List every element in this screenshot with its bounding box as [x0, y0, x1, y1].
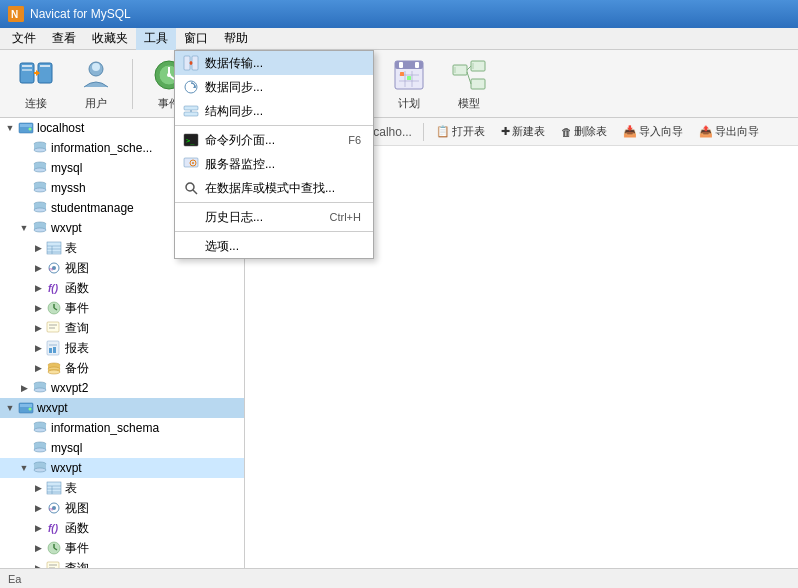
history-label: 历史日志... [205, 209, 263, 226]
db-icon-6 [32, 380, 48, 396]
view-1-label: 视图 [65, 260, 89, 277]
svg-text:f(): f() [48, 523, 59, 534]
btn-export-wizard[interactable]: 📤 导出向导 [692, 121, 766, 143]
toolbar-connect[interactable]: 连接 [8, 55, 64, 113]
arrow-localhost: ▼ [4, 122, 16, 134]
db-icon-3 [32, 180, 48, 196]
menu-bar: 文件 查看 收藏夹 工具 窗口 帮助 [0, 28, 798, 50]
menu-file[interactable]: 文件 [4, 28, 44, 50]
sidebar-item-query-1[interactable]: ▶ 查询 [0, 318, 244, 338]
svg-point-102 [29, 408, 32, 411]
db-icon-7 [32, 420, 48, 436]
toolbar-user-label: 用户 [85, 96, 107, 111]
svg-rect-3 [22, 65, 32, 67]
console-label: 命令列介面... [205, 132, 275, 149]
toolbar-model[interactable]: 模型 [441, 55, 497, 113]
svg-point-69 [34, 208, 46, 212]
arrow-wxvpt1: ▼ [18, 222, 30, 234]
db-icon-8 [32, 440, 48, 456]
menu-tools[interactable]: 工具 [136, 28, 176, 50]
svg-point-72 [34, 228, 46, 232]
server-icon [18, 120, 34, 136]
sidebar-item-table-2[interactable]: ▶ 表 [0, 478, 244, 498]
table-2-label: 表 [65, 480, 77, 497]
svg-rect-142 [184, 106, 198, 110]
sidebar-item-report-1[interactable]: ▶ 报表 [0, 338, 244, 358]
menu-view[interactable]: 查看 [44, 28, 84, 50]
db-icon-5 [32, 220, 48, 236]
menu-window[interactable]: 窗口 [176, 28, 216, 50]
tools-dropdown-menu: 数据传输... 数据同步... 结构同步... [174, 50, 374, 259]
toolbar-plan[interactable]: 计划 [381, 55, 437, 113]
menu-item-console[interactable]: >_ 命令列介面... F6 [175, 128, 373, 152]
student-label: studentmanage [51, 201, 134, 215]
svg-point-63 [34, 168, 46, 172]
sidebar-item-backup-1[interactable]: ▶ 备份 [0, 358, 244, 378]
report-1-label: 报表 [65, 340, 89, 357]
app-icon: N [8, 6, 24, 22]
sidebar-item-wxvpt2[interactable]: ▶ wxvpt2 [0, 378, 244, 398]
sidebar-item-event-2[interactable]: ▶ 事件 [0, 538, 244, 558]
svg-text:f(): f() [48, 283, 59, 294]
btn-open-table[interactable]: 📋 打开表 [429, 121, 492, 143]
svg-point-111 [34, 468, 46, 472]
wxvpt2-label: wxvpt2 [51, 381, 88, 395]
sidebar-item-wxvpt-conn[interactable]: ▼ wxvpt [0, 398, 244, 418]
func-2-label: 函数 [65, 520, 89, 537]
btn-delete-table[interactable]: 🗑 删除表 [554, 121, 614, 143]
menu-item-options[interactable]: 选项... [175, 234, 373, 258]
arrow-table2: ▶ [32, 482, 44, 494]
menu-item-history[interactable]: 历史日志... Ctrl+H [175, 205, 373, 229]
new-table-label: 新建表 [512, 124, 545, 139]
view-icon-2: ∞ [46, 500, 62, 516]
sidebar-item-func-2[interactable]: ▶ f() 函数 [0, 518, 244, 538]
sidebar-item-mysql-2[interactable]: mysql [0, 438, 244, 458]
btn-new-table[interactable]: ✚ 新建表 [494, 121, 552, 143]
sidebar-item-view-1[interactable]: ▶ ∞ 视图 [0, 258, 244, 278]
arrow-event2: ▶ [32, 542, 44, 554]
svg-point-60 [34, 148, 46, 152]
sub-sep-0 [423, 123, 424, 141]
find-in-db-label: 在数据库或模式中查找... [205, 180, 335, 197]
arrow-wxvpt2db: ▼ [18, 462, 30, 474]
data-transfer-label: 数据传输... [205, 55, 263, 72]
menu-item-data-transfer[interactable]: 数据传输... [175, 51, 373, 75]
mysql-2-label: mysql [51, 441, 82, 455]
svg-rect-40 [399, 62, 403, 68]
sidebar-item-func-1[interactable]: ▶ f() 函数 [0, 278, 244, 298]
menu-help[interactable]: 帮助 [216, 28, 256, 50]
arrow-mysql2 [18, 442, 30, 454]
func-1-label: 函数 [65, 280, 89, 297]
sidebar-item-info-schema-2[interactable]: information_schema [0, 418, 244, 438]
table-1-label: 表 [65, 240, 77, 257]
options-icon [183, 238, 199, 254]
import-wizard-icon: 📥 [623, 125, 637, 138]
sidebar-item-wxvpt-2[interactable]: ▼ wxvpt [0, 458, 244, 478]
svg-point-149 [192, 162, 194, 164]
toolbar-user[interactable]: 用户 [68, 55, 124, 113]
db-icon [32, 140, 48, 156]
structure-sync-label: 结构同步... [205, 103, 263, 120]
btn-import-wizard[interactable]: 📥 导入向导 [616, 121, 690, 143]
svg-text:∞: ∞ [49, 266, 53, 272]
menu-item-server-monitor[interactable]: 服务器监控... [175, 152, 373, 176]
arrow-info [18, 142, 30, 154]
menu-item-structure-sync[interactable]: 结构同步... [175, 99, 373, 123]
arrow-myssh [18, 182, 30, 194]
arrow-query1: ▶ [32, 322, 44, 334]
separator-1 [175, 125, 373, 126]
svg-rect-46 [400, 72, 404, 76]
svg-point-15 [167, 73, 171, 77]
localhost-label: localhost [37, 121, 84, 135]
wxvpt-conn-label: wxvpt [37, 401, 68, 415]
event-2-label: 事件 [65, 540, 89, 557]
menu-favorites[interactable]: 收藏夹 [84, 28, 136, 50]
console-icon: >_ [183, 132, 199, 148]
menu-item-find-in-db[interactable]: 在数据库或模式中查找... [175, 176, 373, 200]
svg-point-150 [186, 183, 194, 191]
sidebar-item-view-2[interactable]: ▶ ∞ 视图 [0, 498, 244, 518]
menu-item-data-sync[interactable]: 数据同步... [175, 75, 373, 99]
new-table-icon: ✚ [501, 125, 510, 138]
sidebar-item-event-1[interactable]: ▶ 事件 [0, 298, 244, 318]
event-icon-3 [46, 540, 62, 556]
